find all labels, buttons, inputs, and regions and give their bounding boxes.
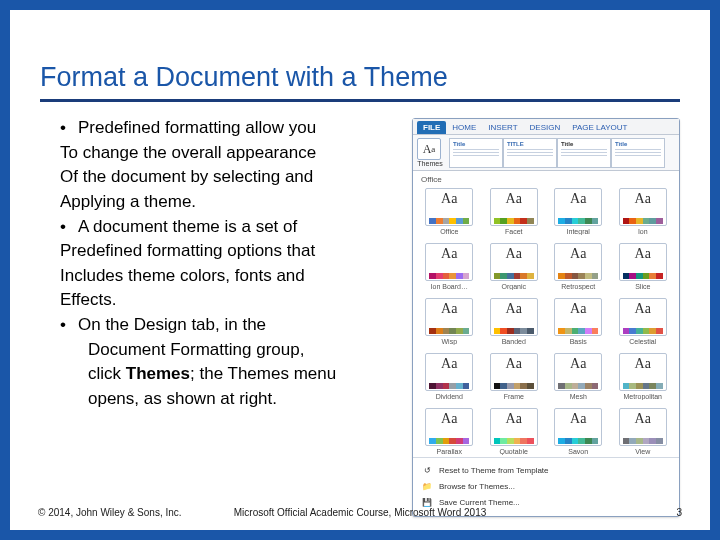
bullet-text: Predefined formatting options that [60, 239, 400, 264]
bullet-text: Applying a theme. [60, 190, 400, 215]
content-row: •Predefined formatting allow you To chan… [40, 116, 680, 517]
theme-name: Office [423, 228, 476, 235]
section-label-office: Office [413, 171, 679, 184]
bullet-text: A document theme is a set of [78, 217, 297, 236]
tab-home[interactable]: HOME [446, 121, 482, 134]
theme-swatch[interactable]: AaCelestial [617, 298, 670, 345]
theme-swatch[interactable]: AaRetrospect [552, 243, 605, 290]
bullet-list: •Predefined formatting allow you To chan… [40, 116, 400, 517]
theme-swatch[interactable]: AaMetropolitan [617, 353, 670, 400]
themes-button[interactable]: Aa Themes [417, 138, 443, 167]
doc-preview[interactable]: TITLE [503, 138, 557, 168]
theme-swatch[interactable]: AaMesh [552, 353, 605, 400]
theme-swatch[interactable]: AaBasis [552, 298, 605, 345]
theme-name: Basis [552, 338, 605, 345]
theme-swatch[interactable]: AaIon [617, 188, 670, 235]
theme-name: Integral [552, 228, 605, 235]
page-number: 3 [676, 507, 682, 518]
theme-name: Frame [488, 393, 541, 400]
theme-swatch[interactable]: AaParallax [423, 408, 476, 455]
reset-theme-item[interactable]: ↺ Reset to Theme from Template [421, 462, 671, 478]
bullet-text: click Themes; the Themes menu [60, 362, 400, 387]
theme-name: Parallax [423, 448, 476, 455]
theme-name: Ion [617, 228, 670, 235]
ribbon-body: Aa Themes Title TITLE Title Title [413, 135, 679, 170]
tab-file[interactable]: FILE [417, 121, 446, 134]
ribbon: FILE HOME INSERT DESIGN PAGE LAYOUT Aa T… [413, 119, 679, 171]
bullet-text: Predefined formatting allow you [78, 118, 316, 137]
doc-preview[interactable]: Title [449, 138, 503, 168]
doc-preview[interactable]: Title [557, 138, 611, 168]
bullet-text: To change the overall appearance [60, 141, 400, 166]
screenshot-column: FILE HOME INSERT DESIGN PAGE LAYOUT Aa T… [412, 116, 680, 517]
browse-themes-item[interactable]: 📁 Browse for Themes... [421, 478, 671, 494]
bullet-text: opens, as shown at right. [60, 387, 400, 412]
bullet-text: Document Formatting group, [60, 338, 400, 363]
bullet-text: Effects. [60, 288, 400, 313]
theme-swatch[interactable]: AaFrame [488, 353, 541, 400]
theme-swatch[interactable]: AaWisp [423, 298, 476, 345]
themes-dropdown-panel: FILE HOME INSERT DESIGN PAGE LAYOUT Aa T… [412, 118, 680, 517]
bullet-text: Of the document by selecting and [60, 165, 400, 190]
theme-name: Banded [488, 338, 541, 345]
ribbon-tabs: FILE HOME INSERT DESIGN PAGE LAYOUT [413, 119, 679, 135]
theme-grid: AaOfficeAaFacetAaIntegralAaIonAaIon Boar… [413, 184, 679, 457]
tab-page-layout[interactable]: PAGE LAYOUT [566, 121, 633, 134]
doc-format-previews: Title TITLE Title Title [449, 138, 675, 168]
theme-swatch[interactable]: AaOrganic [488, 243, 541, 290]
theme-swatch[interactable]: AaView [617, 408, 670, 455]
theme-name: Quotable [488, 448, 541, 455]
bullet-text: Includes theme colors, fonts and [60, 264, 400, 289]
folder-icon: 📁 [421, 480, 433, 492]
theme-swatch[interactable]: AaIntegral [552, 188, 605, 235]
theme-swatch[interactable]: AaOffice [423, 188, 476, 235]
theme-name: Wisp [423, 338, 476, 345]
theme-swatch[interactable]: AaIon Board… [423, 243, 476, 290]
page-title: Format a Document with a Theme [40, 62, 680, 102]
theme-name: Ion Board… [423, 283, 476, 290]
theme-swatch[interactable]: AaSlice [617, 243, 670, 290]
tab-insert[interactable]: INSERT [482, 121, 523, 134]
copyright: © 2014, John Wiley & Sons, Inc. [38, 507, 182, 518]
theme-name: Retrospect [552, 283, 605, 290]
slide-footer: © 2014, John Wiley & Sons, Inc. Microsof… [38, 507, 682, 518]
tab-design[interactable]: DESIGN [524, 121, 567, 134]
theme-name: Facet [488, 228, 541, 235]
bullet-text: On the Design tab, in the [78, 315, 266, 334]
theme-name: Slice [617, 283, 670, 290]
reset-icon: ↺ [421, 464, 433, 476]
theme-name: Dividend [423, 393, 476, 400]
theme-swatch[interactable]: AaFacet [488, 188, 541, 235]
theme-name: Savon [552, 448, 605, 455]
theme-swatch[interactable]: AaQuotable [488, 408, 541, 455]
slide: Format a Document with a Theme •Predefin… [0, 0, 720, 540]
theme-name: Metropolitan [617, 393, 670, 400]
theme-name: Celestial [617, 338, 670, 345]
theme-swatch[interactable]: AaDividend [423, 353, 476, 400]
theme-name: Mesh [552, 393, 605, 400]
theme-swatch[interactable]: AaSavon [552, 408, 605, 455]
doc-preview[interactable]: Title [611, 138, 665, 168]
theme-swatch[interactable]: AaBanded [488, 298, 541, 345]
theme-name: Organic [488, 283, 541, 290]
theme-name: View [617, 448, 670, 455]
